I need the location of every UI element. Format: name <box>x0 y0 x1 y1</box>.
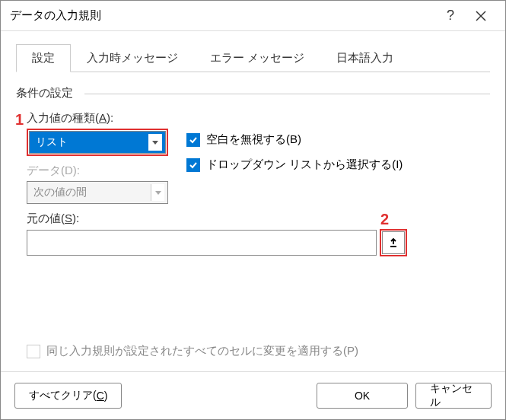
apply-all-checkbox <box>27 345 40 358</box>
fieldset-conditions: 条件の設定 <box>16 86 490 100</box>
apply-all-row: 同じ入力規則が設定されたすべてのセルに変更を適用する(P) <box>11 344 374 358</box>
allow-select-value: リスト <box>36 135 68 149</box>
tab-settings[interactable]: 設定 <box>16 44 71 72</box>
help-icon[interactable]: ? <box>435 1 466 31</box>
dropdown-label: ドロップダウン リストから選択する(I) <box>206 158 403 172</box>
fieldset-label-text: 条件の設定 <box>16 86 73 99</box>
tab-ime[interactable]: 日本語入力 <box>320 44 409 72</box>
footer: すべてクリア(C) OK キャンセル <box>1 371 505 419</box>
chevron-down-icon <box>148 134 162 151</box>
ignore-blank-checkbox[interactable] <box>186 133 200 147</box>
range-select-icon <box>388 237 399 248</box>
clear-all-button[interactable]: すべてクリア(C) <box>14 383 122 409</box>
dropdown-checkbox-row[interactable]: ドロップダウン リストから選択する(I) <box>186 158 490 172</box>
tab-input-message[interactable]: 入力時メッセージ <box>71 44 194 72</box>
annotation-1: 1 <box>15 111 24 129</box>
dialog-title: データの入力規則 <box>10 8 435 23</box>
titlebar: データの入力規則 ? <box>1 1 505 31</box>
ignore-blank-label: 空白を無視する(B) <box>206 132 301 147</box>
range-select-button[interactable] <box>382 231 405 254</box>
apply-all-label: 同じ入力規則が設定されたすべてのセルに変更を適用する(P) <box>46 344 358 358</box>
cancel-button[interactable]: キャンセル <box>415 383 492 409</box>
source-input[interactable] <box>27 230 377 256</box>
allow-select[interactable]: リスト <box>29 131 166 154</box>
source-label: 元の値(S): <box>27 212 490 226</box>
data-select-value: 次の値の間 <box>33 186 87 199</box>
chevron-down-icon <box>151 184 164 201</box>
data-label: データ(D): <box>27 164 186 178</box>
dropdown-checkbox[interactable] <box>186 158 200 172</box>
tab-bar: 設定 入力時メッセージ エラー メッセージ 日本語入力 <box>16 43 490 72</box>
tab-error-message[interactable]: エラー メッセージ <box>194 44 320 72</box>
close-icon[interactable] <box>466 1 496 31</box>
ok-button[interactable]: OK <box>317 383 408 409</box>
ignore-blank-checkbox-row[interactable]: 空白を無視する(B) <box>186 132 490 147</box>
annotation-2: 2 <box>380 211 389 228</box>
allow-label: 入力値の種類(A): <box>27 111 186 126</box>
data-select: 次の値の間 <box>27 181 168 204</box>
